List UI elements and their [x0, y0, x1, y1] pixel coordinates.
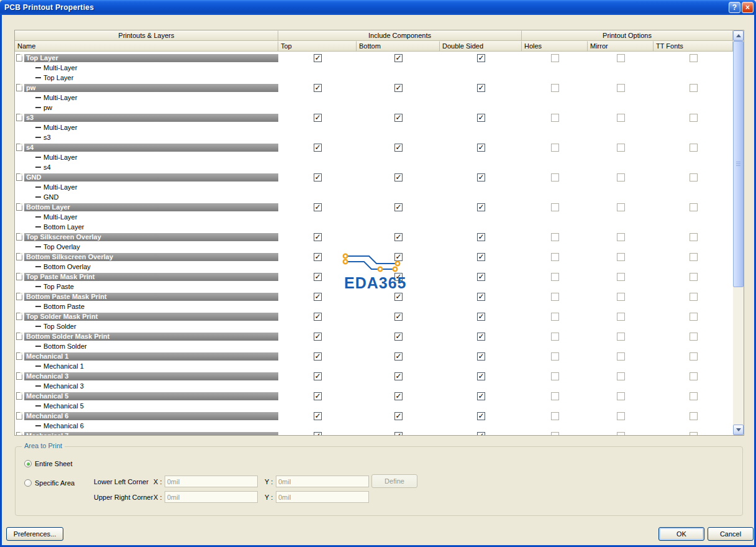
checkbox-top[interactable] [314, 253, 322, 261]
layer-row[interactable]: Bottom Solder [15, 341, 733, 351]
checkbox-bottom[interactable] [394, 392, 403, 400]
ok-button[interactable]: OK [658, 527, 704, 541]
layer-row[interactable]: s3 [15, 132, 733, 142]
lower-left-y-input[interactable] [276, 476, 369, 487]
checkbox-tt-fonts[interactable] [690, 293, 698, 301]
printout-row[interactable]: Bottom Solder Mask Print [15, 331, 733, 341]
checkbox-holes[interactable] [551, 432, 559, 436]
checkbox-double-sided[interactable] [477, 173, 485, 182]
printout-row[interactable]: Mechanical 7 [15, 431, 733, 435]
printout-row[interactable]: Mechanical 5 [15, 391, 733, 401]
checkbox-mirror[interactable] [617, 432, 625, 436]
checkbox-top[interactable] [314, 54, 322, 62]
checkbox-holes[interactable] [551, 173, 559, 182]
checkbox-top[interactable] [314, 392, 322, 400]
checkbox-top[interactable] [314, 372, 322, 380]
checkbox-double-sided[interactable] [477, 273, 485, 281]
upper-right-x-input[interactable] [165, 491, 258, 503]
checkbox-holes[interactable] [551, 313, 559, 321]
layer-row[interactable]: Top Paste [15, 282, 733, 292]
checkbox-bottom[interactable] [394, 333, 403, 341]
entire-sheet-option[interactable]: Entire Sheet [24, 460, 73, 467]
checkbox-double-sided[interactable] [477, 233, 485, 241]
checkbox-top[interactable] [314, 84, 322, 92]
printout-row[interactable]: s4 [15, 142, 733, 152]
layer-row[interactable]: Top Solder [15, 321, 733, 331]
column-mirror[interactable]: Mirror [588, 41, 654, 52]
checkbox-bottom[interactable] [394, 273, 403, 281]
column-double-sided[interactable]: Double Sided [440, 41, 522, 52]
layer-row[interactable]: Multi-Layer [15, 122, 733, 132]
specific-area-radio[interactable] [24, 479, 32, 487]
checkbox-holes[interactable] [551, 333, 559, 341]
checkbox-mirror[interactable] [617, 293, 625, 301]
checkbox-tt-fonts[interactable] [690, 352, 698, 361]
layer-row[interactable]: Bottom Paste [15, 301, 733, 311]
checkbox-mirror[interactable] [617, 54, 625, 62]
scrollbar-thumb[interactable] [733, 41, 744, 287]
checkbox-holes[interactable] [551, 392, 559, 400]
header-printouts-layers[interactable]: Printouts & Layers [15, 30, 278, 41]
checkbox-double-sided[interactable] [477, 333, 485, 341]
checkbox-tt-fonts[interactable] [690, 273, 698, 281]
layer-row[interactable]: Top Layer [15, 73, 733, 83]
define-button[interactable]: Define [371, 474, 417, 488]
upper-right-y-input[interactable] [276, 491, 369, 503]
layer-row[interactable]: Mechanical 6 [15, 421, 733, 431]
checkbox-tt-fonts[interactable] [690, 114, 698, 122]
printout-row[interactable]: Bottom Silkscreen Overlay [15, 252, 733, 262]
checkbox-tt-fonts[interactable] [690, 233, 698, 241]
checkbox-mirror[interactable] [617, 273, 625, 281]
scroll-up-button[interactable] [733, 30, 744, 41]
checkbox-tt-fonts[interactable] [690, 333, 698, 341]
checkbox-holes[interactable] [551, 233, 559, 241]
checkbox-double-sided[interactable] [477, 84, 485, 92]
printout-row[interactable]: GND [15, 172, 733, 182]
checkbox-top[interactable] [314, 412, 322, 420]
checkbox-mirror[interactable] [617, 114, 625, 122]
checkbox-bottom[interactable] [394, 293, 403, 301]
checkbox-top[interactable] [314, 273, 322, 281]
checkbox-mirror[interactable] [617, 352, 625, 361]
checkbox-tt-fonts[interactable] [690, 372, 698, 380]
printout-row[interactable]: Top Paste Mask Print [15, 272, 733, 282]
layer-row[interactable]: Multi-Layer [15, 63, 733, 73]
checkbox-mirror[interactable] [617, 392, 625, 400]
titlebar[interactable]: PCB Printout Properties ? × [0, 0, 756, 15]
checkbox-top[interactable] [314, 352, 322, 361]
layer-row[interactable]: Top Overlay [15, 242, 733, 252]
printout-row[interactable]: Bottom Layer [15, 202, 733, 212]
checkbox-mirror[interactable] [617, 84, 625, 92]
checkbox-bottom[interactable] [394, 54, 403, 62]
preferences-button[interactable]: Preferences... [6, 527, 63, 541]
checkbox-holes[interactable] [551, 54, 559, 62]
printout-row[interactable]: Bottom Paste Mask Print [15, 292, 733, 301]
checkbox-bottom[interactable] [394, 412, 403, 420]
checkbox-double-sided[interactable] [477, 313, 485, 321]
checkbox-double-sided[interactable] [477, 253, 485, 261]
checkbox-holes[interactable] [551, 253, 559, 261]
layer-row[interactable]: pw [15, 103, 733, 113]
checkbox-double-sided[interactable] [477, 432, 485, 436]
checkbox-bottom[interactable] [394, 114, 403, 122]
checkbox-tt-fonts[interactable] [690, 173, 698, 182]
layer-row[interactable]: Mechanical 5 [15, 401, 733, 411]
checkbox-mirror[interactable] [617, 412, 625, 420]
checkbox-top[interactable] [314, 293, 322, 301]
layer-row[interactable]: Multi-Layer [15, 182, 733, 192]
checkbox-tt-fonts[interactable] [690, 412, 698, 420]
checkbox-bottom[interactable] [394, 144, 403, 152]
checkbox-top[interactable] [314, 173, 322, 182]
entire-sheet-radio[interactable] [24, 460, 32, 467]
checkbox-top[interactable] [314, 432, 322, 436]
checkbox-holes[interactable] [551, 372, 559, 380]
checkbox-bottom[interactable] [394, 372, 403, 380]
checkbox-double-sided[interactable] [477, 412, 485, 420]
checkbox-bottom[interactable] [394, 253, 403, 261]
checkbox-bottom[interactable] [394, 84, 403, 92]
cancel-button[interactable]: Cancel [708, 527, 754, 541]
checkbox-double-sided[interactable] [477, 144, 485, 152]
layer-row[interactable]: Multi-Layer [15, 152, 733, 162]
printout-row[interactable]: Top Layer [15, 53, 733, 63]
checkbox-top[interactable] [314, 313, 322, 321]
